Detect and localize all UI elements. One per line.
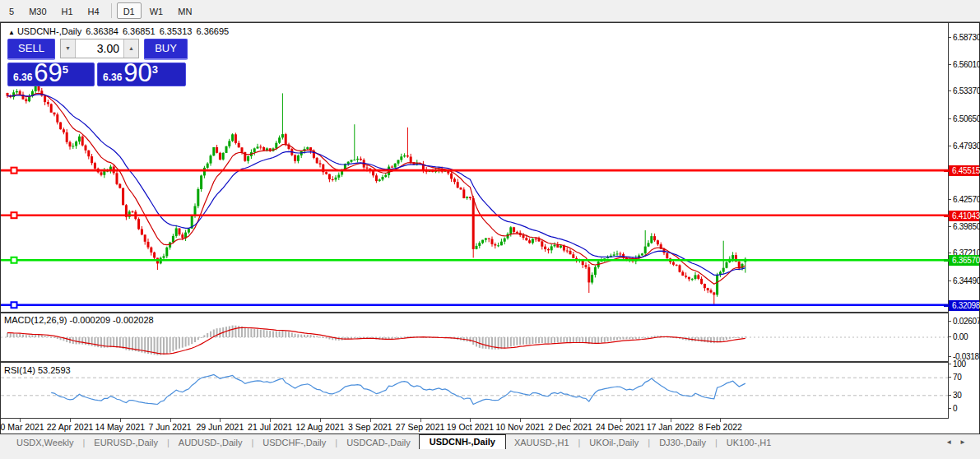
axis-price-badge-6.32098: 6.32098	[949, 300, 979, 311]
chart-tab-uk100-h1[interactable]: UK100-,H1	[718, 437, 779, 449]
axis-label-100: 100	[949, 359, 979, 369]
axis-label-6.53370: 6.53370	[949, 86, 979, 96]
axis-price-badge-6.41043: 6.41043	[949, 211, 979, 221]
macd-label: MACD(12,26,9) -0.000209 -0.002028	[4, 315, 154, 325]
date-label: 10 Nov 2021	[495, 422, 545, 432]
sell-price-big: 69	[34, 63, 62, 84]
volume-decrease-button[interactable]: ▼	[61, 39, 76, 58]
chart-tab-xauusd-h1[interactable]: XAUUSD-,H1	[506, 437, 578, 449]
axis-price-badge-6.36570: 6.36570	[949, 255, 979, 266]
chart-tab-usdcad-daily[interactable]: USDCAD-,Daily	[338, 437, 419, 449]
date-label: 17 Jan 2022	[647, 422, 694, 432]
chart-tab-bar: USDX,Weekly|EURUSD-,Daily|AUDUSD-,Daily|…	[0, 434, 980, 451]
hline-6.32098[interactable]	[1, 302, 948, 308]
volume-input[interactable]	[76, 39, 123, 58]
timeframe-button-h4[interactable]: H4	[81, 2, 106, 19]
macd-rsi-divider[interactable]	[1, 361, 979, 363]
buy-button[interactable]: BUY	[144, 39, 188, 60]
hline-6.45515[interactable]	[1, 168, 948, 174]
sell-button[interactable]: SELL	[7, 39, 55, 60]
timeframe-button-5[interactable]: 5	[2, 2, 21, 19]
axis-label-6.47930: 6.47930	[949, 141, 979, 151]
chart-title: ▲USDCNH-,Daily6.363846.368516.353136.366…	[8, 26, 233, 36]
ma-slow-line	[7, 95, 745, 275]
sell-price-sup: 5	[63, 63, 68, 76]
axis-label-6.39850: 6.39850	[949, 222, 979, 232]
axis-label-30: 30	[949, 391, 979, 401]
axis-label-0.00: 0.00	[949, 332, 979, 342]
tab-separator: |	[251, 438, 253, 447]
sell-price-button[interactable]: 6.36 69 5	[7, 63, 95, 86]
axis-price-badge-6.45515: 6.45515	[949, 165, 979, 176]
date-label: 12 Aug 2021	[296, 422, 345, 432]
timeframe-toolbar: 5M30H1H4D1W1MN	[0, 0, 980, 22]
date-axis[interactable]: 30 Mar 202122 Apr 202114 May 20217 Jun 2…	[1, 419, 948, 434]
date-label: 14 May 2021	[95, 422, 145, 432]
tab-scroll-left-icon[interactable]: ◄	[945, 438, 959, 446]
tab-scroll-right-icon[interactable]: ►	[959, 438, 973, 446]
date-label: 3 Sep 2021	[348, 422, 392, 432]
axis-label-6.34490: 6.34490	[949, 276, 979, 286]
timeframe-button-w1[interactable]: W1	[143, 2, 170, 19]
one-click-trading-panel: SELL ▼ ▲ BUY 6.36 69 5 6.36 90 3	[7, 39, 188, 86]
tab-separator: |	[167, 438, 170, 447]
collapse-triangle-icon[interactable]: ▲	[8, 29, 15, 36]
macd-histogram	[7, 326, 746, 355]
candlestick-series	[7, 85, 747, 305]
axis-label-6.56010: 6.56010	[949, 60, 979, 70]
hline-6.36570[interactable]	[1, 257, 948, 263]
ohlc-open: 6.36384	[86, 26, 118, 36]
date-label: 30 Mar 2021	[0, 422, 44, 432]
volume-increase-button[interactable]: ▲	[123, 39, 138, 58]
date-label: 24 Dec 2021	[596, 422, 645, 432]
ohlc-high: 6.36851	[123, 26, 156, 36]
tab-separator: |	[715, 438, 718, 447]
chart-tab-dj30-daily[interactable]: DJ30-,Daily	[651, 437, 714, 449]
chart-tab-eurusd-daily[interactable]: EURUSD-,Daily	[86, 437, 166, 449]
ma-fast-line	[7, 93, 745, 284]
date-label: 8 Feb 2022	[699, 422, 742, 432]
buy-price-prefix: 6.36	[103, 71, 122, 84]
rsi-label: RSI(14) 53.2593	[4, 365, 71, 375]
sell-price-prefix: 6.36	[13, 71, 32, 84]
buy-price-button[interactable]: 6.36 90 3	[97, 63, 186, 86]
timeframe-button-d1[interactable]: D1	[117, 2, 142, 19]
axis-label-6.42570: 6.42570	[949, 195, 979, 205]
tab-separator: |	[335, 438, 337, 447]
tab-separator: |	[578, 438, 581, 447]
timeframe-button-h1[interactable]: H1	[55, 2, 80, 19]
mt4-window: { "toolbar": { "timeframes": [ {"label":…	[0, 0, 980, 459]
axis-label-6.50650: 6.50650	[949, 114, 979, 124]
chart-tab-ukoil-daily[interactable]: UKOil-,Daily	[581, 437, 647, 449]
macd-signal-line	[7, 327, 745, 354]
date-label: 2 Dec 2021	[548, 422, 592, 432]
chart-tab-audusd-daily[interactable]: AUDUSD-,Daily	[170, 437, 251, 449]
tab-scroll-arrows[interactable]: ◄►	[945, 438, 973, 446]
date-label: 29 Jun 2021	[196, 422, 244, 432]
ohlc-close: 6.36695	[196, 26, 229, 36]
volume-stepper: ▼ ▲	[60, 39, 139, 58]
date-label: 27 Sep 2021	[396, 422, 445, 432]
tab-separator: |	[82, 438, 85, 447]
toolbar-separator	[111, 3, 112, 18]
axis-label-6.58730: 6.58730	[949, 33, 979, 43]
rsi-line	[51, 375, 745, 405]
ohlc-low: 6.35313	[160, 26, 193, 36]
axis-label-70: 70	[949, 373, 979, 382]
chart-tab-usdcnh-daily[interactable]: USDCNH-,Daily	[419, 434, 506, 449]
chart-symbol-period: USDCNH-,Daily	[17, 26, 81, 36]
chart-window: ▲USDCNH-,Daily6.363846.368516.353136.366…	[0, 22, 980, 434]
price-axis[interactable]: 6.587306.560106.533706.506506.479306.452…	[949, 23, 979, 419]
date-label: 7 Jun 2021	[149, 422, 192, 432]
timeframe-button-m30[interactable]: M30	[22, 2, 53, 19]
buy-price-big: 90	[123, 63, 151, 84]
price-macd-divider[interactable]	[1, 312, 979, 313]
date-label: 21 Jul 2021	[248, 422, 292, 432]
date-label: 22 Apr 2021	[47, 422, 94, 432]
tab-separator: |	[648, 438, 650, 447]
timeframe-button-mn[interactable]: MN	[171, 2, 198, 19]
date-label: 19 Oct 2021	[447, 422, 494, 432]
chart-tab-usdchf-daily[interactable]: USDCHF-,Daily	[254, 437, 334, 449]
axis-label-0: 0	[949, 404, 979, 414]
chart-tab-usdx-weekly[interactable]: USDX,Weekly	[8, 437, 81, 449]
